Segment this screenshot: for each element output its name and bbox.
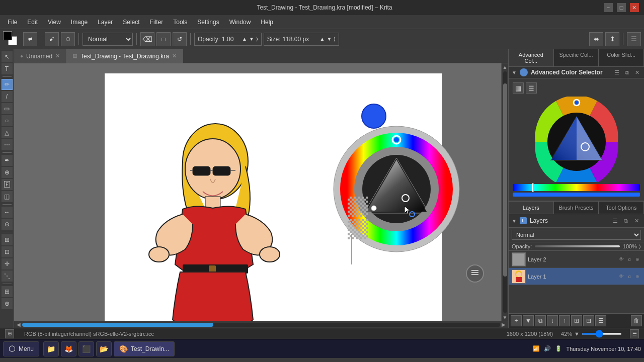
- layer-2-eye[interactable]: 👁: [618, 256, 625, 263]
- duplicate-layer-btn[interactable]: ⧉: [535, 315, 546, 326]
- vscroll-track[interactable]: [503, 71, 507, 313]
- layers-settings-btn[interactable]: ☰: [611, 216, 620, 225]
- menu-item-help[interactable]: Help: [256, 17, 278, 28]
- layer-settings-btn[interactable]: ☰: [595, 315, 606, 326]
- assistant-btn[interactable]: ⊕: [2, 298, 13, 309]
- layers-float-btn[interactable]: ⧉: [621, 216, 630, 225]
- layer-to-image-btn[interactable]: ⊞: [571, 315, 582, 326]
- zoom-dropdown[interactable]: ▼: [574, 331, 580, 337]
- opacity-up-arrow[interactable]: ▲: [242, 36, 247, 42]
- status-icon[interactable]: ⊕: [5, 329, 14, 338]
- layer-action-icon[interactable]: [466, 264, 484, 283]
- gradient-btn[interactable]: ◫: [2, 191, 13, 202]
- ellipse-tool-btn[interactable]: ○: [2, 115, 13, 126]
- hue-gradient-bar[interactable]: [513, 184, 640, 191]
- vertical-scrollbar[interactable]: ▲ ▼: [501, 63, 508, 321]
- tab-specific-color[interactable]: Specific Col...: [554, 49, 599, 66]
- color-selector-settings[interactable]: ☰: [613, 68, 621, 76]
- terminal-btn[interactable]: ⬛: [78, 341, 94, 356]
- hscroll-left[interactable]: ◀: [15, 321, 22, 328]
- mirror-h-button[interactable]: ⬌: [589, 32, 603, 46]
- move-layer-down-btn[interactable]: ↓: [547, 315, 558, 326]
- horizontal-scrollbar[interactable]: ◀ ▶: [14, 321, 508, 328]
- layers-tab-tool-options[interactable]: Tool Options: [599, 202, 644, 214]
- color-selector-close[interactable]: ✕: [633, 68, 641, 76]
- color-selector-float[interactable]: ⧉: [623, 68, 631, 76]
- menu-item-select[interactable]: Select: [118, 17, 144, 28]
- alpha-inherit-button[interactable]: ↺: [173, 32, 187, 46]
- layer-2-alpha1[interactable]: α: [626, 256, 633, 263]
- fill-btn[interactable]: 🄵: [2, 179, 13, 190]
- crop-btn[interactable]: ⊡: [2, 246, 13, 257]
- tab-test-drawing[interactable]: 🖼 Test_Drawing - Test_Drawing.kra ✕: [66, 49, 183, 63]
- close-button[interactable]: ✕: [630, 3, 639, 12]
- menu-button[interactable]: ⬡ Menu: [3, 341, 39, 356]
- menu-item-window[interactable]: Window: [224, 17, 256, 28]
- statusbar-settings-btn[interactable]: ☰: [630, 329, 639, 338]
- layer-1-alpha2[interactable]: ⊕: [634, 273, 641, 280]
- settings-button[interactable]: ☰: [627, 32, 641, 46]
- poly-tool-btn[interactable]: △: [2, 127, 13, 138]
- erase-button[interactable]: ⌫: [140, 32, 154, 46]
- freehand-path-btn[interactable]: ⋯: [2, 139, 13, 150]
- layer-2-alpha2[interactable]: ⊕: [634, 256, 641, 263]
- drawing-canvas[interactable]: [105, 73, 442, 321]
- opacity-expand[interactable]: ⟩: [256, 36, 258, 42]
- menu-item-file[interactable]: File: [3, 17, 22, 28]
- layers-tab-brush-presets[interactable]: Brush Presets: [554, 202, 599, 214]
- grid-btn[interactable]: ⊞: [2, 286, 13, 297]
- move-btn[interactable]: ✛: [2, 258, 13, 269]
- tab-test-drawing-close[interactable]: ✕: [172, 53, 177, 59]
- layer-item-1[interactable]: Layer 1 👁 α ⊕: [509, 268, 644, 285]
- app-btn2[interactable]: 📂: [96, 341, 112, 356]
- opacity-control[interactable]: Opacity: ▲ ▼ ⟩: [194, 33, 262, 46]
- minimize-button[interactable]: −: [604, 3, 613, 12]
- layers-expand[interactable]: ▼: [512, 218, 517, 224]
- color-picker-btn[interactable]: ⊙: [2, 219, 13, 230]
- text-tool-btn[interactable]: T: [2, 63, 13, 74]
- panel-color-wheel[interactable]: [513, 97, 640, 182]
- brush-tool-btn[interactable]: ✏: [2, 79, 13, 90]
- canvas-viewport[interactable]: [14, 63, 501, 321]
- tab-unnamed[interactable]: ● Unnamed ✕: [14, 49, 66, 63]
- hscroll-right[interactable]: ▶: [500, 321, 507, 328]
- select-tool-btn[interactable]: ↖: [2, 51, 13, 62]
- zoom-slider[interactable]: [582, 333, 622, 335]
- size-input[interactable]: [283, 36, 318, 43]
- layer-1-alpha1[interactable]: α: [626, 273, 633, 280]
- transform-btn[interactable]: ⊞: [2, 234, 13, 245]
- swap-colors-button[interactable]: ⇄: [23, 32, 37, 46]
- opacity-down-arrow[interactable]: ▼: [249, 36, 254, 42]
- flatten-btn[interactable]: ⊟: [583, 315, 594, 326]
- layers-close-btn[interactable]: ✕: [632, 216, 641, 225]
- hscroll-track[interactable]: [22, 323, 500, 327]
- browser-btn[interactable]: 🦊: [61, 341, 76, 356]
- add-layer-dropdown[interactable]: ▼: [523, 315, 534, 326]
- rect-tool-btn[interactable]: ▭: [2, 103, 13, 114]
- move-layer-up-btn[interactable]: ↑: [559, 315, 570, 326]
- vscroll-down[interactable]: ▼: [502, 314, 509, 321]
- edit-shape-btn[interactable]: ⋱: [2, 270, 13, 282]
- menu-item-edit[interactable]: Edit: [22, 17, 43, 28]
- grid-view-btn[interactable]: ▦: [513, 82, 524, 94]
- mirror-v-button[interactable]: ⬍: [605, 32, 619, 46]
- delete-layer-btn[interactable]: 🗑: [631, 315, 642, 326]
- list-view-btn[interactable]: ☰: [526, 82, 537, 94]
- add-layer-btn[interactable]: +: [511, 315, 522, 326]
- tab-color-slider[interactable]: Color Slid...: [599, 49, 644, 66]
- layer-opacity-expand[interactable]: ⟩: [639, 244, 641, 249]
- menu-item-tools[interactable]: Tools: [168, 17, 192, 28]
- brush-engine-button[interactable]: ⬡: [61, 32, 75, 46]
- callig-btn[interactable]: ✒: [2, 155, 13, 166]
- size-expand[interactable]: ⟩: [334, 36, 336, 42]
- size-control[interactable]: Size: ▲ ▼ ⟩: [264, 33, 340, 46]
- value-gradient-bar[interactable]: [513, 193, 640, 197]
- hue-slider-handle[interactable]: [532, 183, 534, 192]
- vscroll-up[interactable]: ▲: [502, 63, 509, 70]
- color-swatches[interactable]: [3, 31, 21, 47]
- size-up-arrow[interactable]: ▲: [320, 36, 325, 42]
- krita-taskbar-btn[interactable]: 🎨 Test_Drawin...: [114, 341, 175, 356]
- preserve-alpha-button[interactable]: □: [156, 32, 171, 46]
- measure-btn[interactable]: ↔: [2, 207, 13, 218]
- size-down-arrow[interactable]: ▼: [327, 36, 332, 42]
